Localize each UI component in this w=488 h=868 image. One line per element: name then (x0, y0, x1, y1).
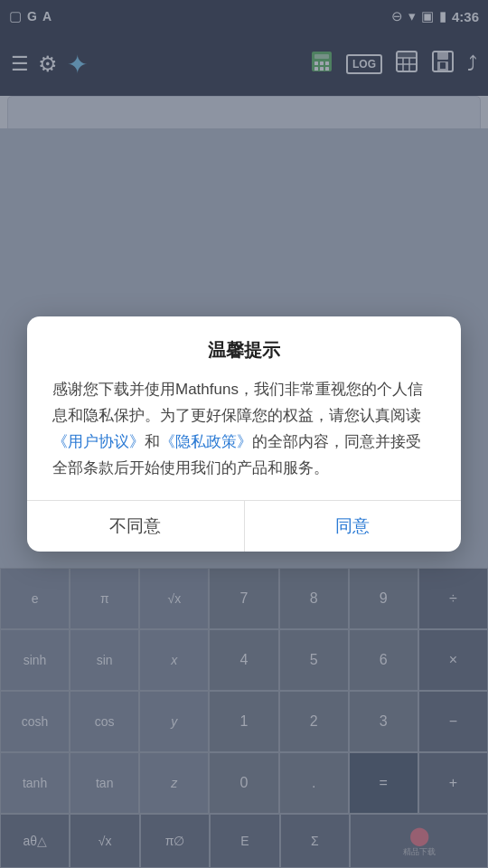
dialog-body-text2: 和 (145, 433, 160, 450)
agree-button[interactable]: 同意 (245, 501, 462, 552)
dialog-body-text1: 感谢您下载并使用Mathfuns，我们非常重视您的个人信息和隐私保护。为了更好保… (52, 381, 423, 424)
dialog-link2[interactable]: 《隐私政策》 (160, 433, 252, 450)
dialog-overlay: 温馨提示 感谢您下载并使用Mathfuns，我们非常重视您的个人信息和隐私保护。… (0, 0, 488, 868)
dialog-title: 温馨提示 (27, 316, 461, 372)
dialog-link1[interactable]: 《用户协议》 (52, 433, 145, 450)
disagree-button[interactable]: 不同意 (27, 501, 245, 552)
dialog-body: 感谢您下载并使用Mathfuns，我们非常重视您的个人信息和隐私保护。为了更好保… (27, 372, 461, 500)
dialog: 温馨提示 感谢您下载并使用Mathfuns，我们非常重视您的个人信息和隐私保护。… (27, 316, 461, 552)
dialog-buttons: 不同意 同意 (27, 501, 461, 552)
